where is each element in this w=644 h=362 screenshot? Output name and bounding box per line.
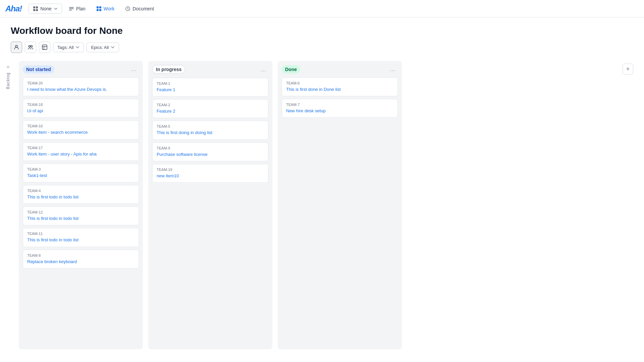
card-title: Ui of api [27,108,135,114]
card-title: Purchase software license [157,152,264,158]
svg-rect-2 [33,9,35,11]
team-icon [28,45,33,50]
card-title: I need to know what the Azure Devops is. [27,86,135,93]
card-team-3[interactable]: TEAM-3 Task1-test [23,164,139,182]
team-view-btn[interactable] [25,42,36,53]
column-menu-not-started[interactable]: … [129,65,139,73]
card-team-17[interactable]: TEAM-17 Work item - user story - Apis fo… [23,142,139,161]
card-title: new item10 [157,173,264,179]
top-nav: Aha! None Plan Work [0,0,644,17]
svg-rect-5 [69,8,74,9]
card-title: This is first done in Done list [286,86,393,93]
card-team-16[interactable]: TEAM-16 Work item - search ecommerce [23,120,139,139]
column-in-progress: In progress … TEAM-1 Feature 1 TEAM-2 Fe… [148,61,272,349]
card-id: TEAM-11 [27,232,135,236]
column-header-done: Done … [282,65,398,73]
column-title-done: Done [282,65,300,73]
card-team-4[interactable]: TEAM-4 This is first todo in todo list [23,185,139,204]
table-icon [42,45,47,50]
nav-plan[interactable]: Plan [65,4,90,13]
svg-rect-4 [69,7,74,8]
column-done: Done … TEAM-6 This is first done in Done… [278,61,402,349]
tags-chevron-icon [75,45,79,49]
card-team-18[interactable]: TEAM-18 Ui of api [23,99,139,118]
add-column-button[interactable]: + [623,64,633,74]
user-view-btn[interactable] [11,42,22,53]
card-team-5[interactable]: TEAM-5 This is first doing in doing list [152,121,268,139]
column-title-not-started: Not started [23,65,54,73]
card-title: This is first doing in doing list [157,130,264,136]
card-id: TEAM-4 [27,189,135,193]
card-team-19[interactable]: TEAM-19 new item10 [152,164,268,183]
card-title: This is first todo in todo list [27,194,135,200]
column-menu-done[interactable]: … [388,65,398,73]
svg-rect-0 [33,6,35,8]
card-id: TEAM-19 [157,168,264,172]
nav-work-label: Work [104,6,114,11]
card-team-7[interactable]: TEAM-7 New hire desk setup [282,99,398,118]
card-id: TEAM-9 [157,146,264,150]
table-view-btn[interactable] [39,42,50,53]
column-not-started: Not started … TEAM-20 I need to know wha… [19,61,143,349]
backlog-expand-icon: » [7,64,10,70]
epics-filter[interactable]: Epics: All [87,43,119,52]
card-title: This is first todo in todo list [27,237,135,243]
card-team-8[interactable]: TEAM-8 Replace broken keyboard [23,250,139,268]
toolbar: Tags: All Epics: All [11,42,633,53]
chevron-down-icon [54,7,58,11]
nav-dropdown-label: None [40,6,51,11]
nav-document[interactable]: Document [121,4,158,13]
card-team-20[interactable]: TEAM-20 I need to know what the Azure De… [23,77,139,96]
nav-work[interactable]: Work [92,4,118,13]
svg-rect-1 [36,6,38,8]
svg-point-14 [31,46,33,47]
work-icon [96,6,102,11]
card-id: TEAM-2 [157,103,264,107]
card-title: Replace broken keyboard [27,259,135,265]
card-team-2[interactable]: TEAM-2 Feature 2 [152,99,268,118]
card-id: TEAM-16 [27,124,135,128]
plan-icon [69,6,74,11]
card-id: TEAM-3 [27,167,135,171]
svg-rect-8 [99,6,101,8]
svg-rect-6 [69,10,72,10]
svg-rect-7 [97,6,99,8]
card-team-1[interactable]: TEAM-1 Feature 1 [152,78,268,97]
card-title: This is first todo in todo list [27,216,135,222]
svg-rect-10 [99,9,101,11]
svg-rect-3 [36,9,38,11]
card-id: TEAM-8 [27,253,135,257]
tags-filter[interactable]: Tags: All [53,43,84,52]
card-team-6[interactable]: TEAM-6 This is first done in Done list [282,77,398,96]
card-team-11[interactable]: TEAM-11 This is first todo in todo list [23,228,139,247]
card-title: Work item - user story - Apis for aha [27,151,135,157]
page-title: Workflow board for None [11,25,633,36]
svg-point-13 [29,46,31,47]
card-team-9[interactable]: TEAM-9 Purchase software license [152,142,268,161]
card-id: TEAM-17 [27,146,135,150]
card-team-12[interactable]: TEAM-12 This is first todo in todo list [23,206,139,225]
svg-rect-9 [97,9,99,11]
card-title: Work item - search ecommerce [27,129,135,135]
nav-document-label: Document [132,6,154,11]
card-title: Feature 1 [157,87,264,93]
card-id: TEAM-20 [27,81,135,85]
card-title: New hire desk setup [286,108,393,114]
column-menu-in-progress[interactable]: … [258,65,268,74]
nav-plan-label: Plan [76,6,86,11]
svg-rect-15 [42,45,47,50]
grid-icon [33,6,38,11]
card-id: TEAM-7 [286,103,393,107]
document-icon [125,6,130,11]
backlog-label: Backlog [6,72,10,89]
board-columns: Not started … TEAM-20 I need to know wha… [13,58,623,362]
card-id: TEAM-18 [27,103,135,107]
tags-filter-label: Tags: All [57,45,73,50]
card-id: TEAM-12 [27,210,135,214]
backlog-sidebar[interactable]: » Backlog [3,58,13,362]
user-icon [14,45,19,50]
page-header: Workflow board for None Tags: All [0,17,644,58]
nav-none-dropdown[interactable]: None [29,4,62,14]
column-header-not-started: Not started … [23,65,139,73]
app-logo[interactable]: Aha! [5,4,22,13]
